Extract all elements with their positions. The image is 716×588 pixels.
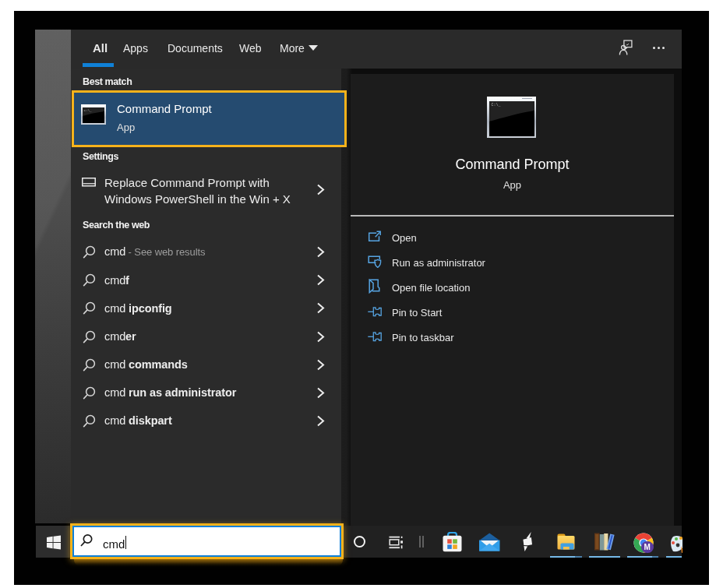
svg-text:C:\_: C:\_ xyxy=(491,103,501,107)
svg-text:C:\_: C:\_ xyxy=(84,109,93,112)
